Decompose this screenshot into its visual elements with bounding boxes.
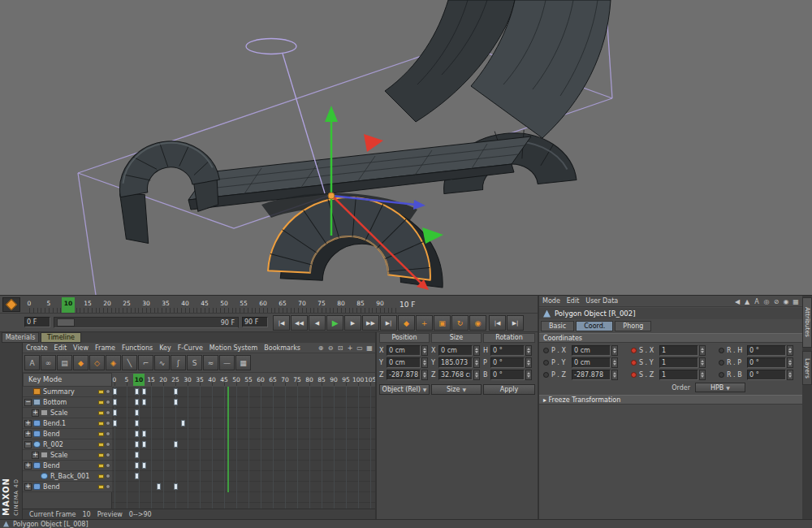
goto-start-button[interactable]: |◀ xyxy=(273,315,290,331)
tab-materials[interactable]: Materials xyxy=(2,332,39,343)
expander-minus-icon[interactable]: − xyxy=(24,441,32,448)
menu-view[interactable]: View xyxy=(70,344,92,352)
delete-key-icon[interactable]: ◇ xyxy=(89,355,105,370)
track-row[interactable]: +Bend xyxy=(23,482,112,492)
record-scale-button[interactable]: ▣ xyxy=(434,315,451,331)
track-ruler[interactable]: 0510152025303540455055606570758085909510… xyxy=(112,373,375,387)
viewport-3d[interactable] xyxy=(0,0,812,295)
value-stepper[interactable] xyxy=(787,357,793,368)
keyframe-ring[interactable] xyxy=(543,372,549,378)
zoom-out-icon[interactable]: ⊖ xyxy=(326,343,335,353)
record-state-icon[interactable]: ◉ xyxy=(781,296,791,306)
keyframe-ring[interactable] xyxy=(719,360,724,366)
menu-key[interactable]: Key xyxy=(156,344,175,352)
expander-plus-icon[interactable]: + xyxy=(24,483,32,491)
grid-snap-icon[interactable]: ▦ xyxy=(365,343,374,353)
automatic-mode-icon[interactable]: A xyxy=(24,355,40,370)
value-stepper[interactable] xyxy=(421,370,428,380)
keyframe-marker[interactable] xyxy=(135,399,139,405)
snap-grid-icon[interactable]: ▦ xyxy=(235,355,251,370)
expander-plus-icon[interactable]: + xyxy=(24,420,32,427)
track-row[interactable]: +Summary xyxy=(23,387,112,397)
spline-interpolation-icon[interactable]: ∿ xyxy=(154,355,170,370)
keyframe-ring[interactable] xyxy=(631,348,637,353)
keyframe-tracks-area[interactable] xyxy=(112,387,375,509)
tab-attributes[interactable]: Attributes xyxy=(802,297,812,348)
keyframe-marker[interactable] xyxy=(142,431,146,437)
timeline-ruler[interactable]: 051015202530354045505560657075808590 xyxy=(23,296,404,314)
track-solo-toggle[interactable] xyxy=(106,410,110,415)
object-mode-dropdown[interactable]: Object (Rel)▼ xyxy=(379,384,430,395)
keyframe-marker[interactable] xyxy=(174,399,178,405)
menu-frame[interactable]: Frame xyxy=(92,344,119,352)
frame-all-icon[interactable]: ⊡ xyxy=(335,343,345,353)
expander-plus-icon[interactable]: + xyxy=(32,409,39,417)
keyframe-marker[interactable] xyxy=(113,420,117,426)
track-row[interactable]: +Scale xyxy=(23,408,112,418)
keyframe-marker[interactable] xyxy=(174,388,178,395)
forward-arrow-icon[interactable]: ▲ xyxy=(742,296,752,306)
value-stepper[interactable] xyxy=(421,345,428,356)
keyframe-marker[interactable] xyxy=(142,441,146,448)
value-stepper[interactable] xyxy=(421,357,428,368)
preview-range-slider[interactable]: 90 F xyxy=(54,317,239,328)
tab-basic[interactable]: Basic xyxy=(541,321,574,331)
rot-h-input[interactable] xyxy=(490,345,525,356)
rp-input[interactable] xyxy=(747,357,786,368)
value-stepper[interactable] xyxy=(611,370,618,380)
value-stepper[interactable] xyxy=(473,370,480,380)
keyframe-marker[interactable] xyxy=(135,441,139,448)
keyframe-marker[interactable] xyxy=(157,483,161,490)
menu-create[interactable]: Create xyxy=(23,344,51,352)
track-solo-toggle[interactable] xyxy=(106,474,110,478)
keyframe-ring[interactable] xyxy=(631,360,637,366)
menu-edit[interactable]: Edit xyxy=(51,344,71,352)
search-icon[interactable]: ◎ xyxy=(762,296,771,306)
linear-interpolation-icon[interactable]: ╲ xyxy=(122,355,137,370)
pz-input[interactable] xyxy=(572,370,611,380)
menu-f-curve[interactable]: F-Curve xyxy=(175,344,206,352)
keyframe-marker[interactable] xyxy=(174,483,178,490)
track-keys-toggle[interactable] xyxy=(98,443,104,447)
value-stepper[interactable] xyxy=(473,357,480,368)
flat-tangent-icon[interactable]: — xyxy=(219,355,235,370)
tab-phong[interactable]: Phong xyxy=(615,321,651,331)
value-stepper[interactable] xyxy=(611,345,618,356)
keyframe-marker[interactable] xyxy=(174,441,178,448)
tab-coord[interactable]: Coord. xyxy=(576,321,613,331)
expander-minus-icon[interactable]: − xyxy=(24,399,32,406)
keyframe-marker[interactable] xyxy=(135,431,139,437)
value-stepper[interactable] xyxy=(525,370,532,380)
play-forwards-button[interactable]: ▶ xyxy=(326,315,343,331)
apply-button[interactable]: Apply xyxy=(483,384,535,395)
pos-z-input[interactable] xyxy=(387,370,421,380)
keyframe-marker[interactable] xyxy=(135,388,139,395)
value-stepper[interactable] xyxy=(699,370,706,380)
track-row[interactable]: +Bend xyxy=(23,461,112,471)
key-mode-dropdown[interactable]: Key Mode xyxy=(23,373,112,387)
track-solo-toggle[interactable] xyxy=(106,431,110,436)
record-key-icon[interactable]: ◆ xyxy=(73,355,89,370)
keyframe-marker[interactable] xyxy=(181,420,185,426)
keyframe-marker[interactable] xyxy=(135,462,139,469)
track-row[interactable]: −Bottom xyxy=(23,397,112,408)
rot-b-input[interactable] xyxy=(490,370,525,380)
record-parameter-button[interactable]: ◉ xyxy=(469,315,486,331)
track-solo-toggle[interactable] xyxy=(106,421,110,426)
size-mode-dropdown[interactable]: Size▼ xyxy=(431,384,482,395)
next-key-button[interactable]: ▶▶ xyxy=(362,315,379,331)
keyframe-ring[interactable] xyxy=(543,360,549,366)
frame-end-input[interactable] xyxy=(242,317,268,327)
keyframe-ring[interactable] xyxy=(543,348,549,353)
track-keys-toggle[interactable] xyxy=(98,453,104,457)
value-stepper[interactable] xyxy=(473,345,480,356)
track-keys-toggle[interactable] xyxy=(98,390,104,394)
track-solo-toggle[interactable] xyxy=(106,400,110,405)
value-stepper[interactable] xyxy=(787,370,793,380)
frame-selection-icon[interactable]: ▭ xyxy=(355,343,365,353)
keyframe-marker[interactable] xyxy=(113,409,117,416)
ease-out-icon[interactable]: S xyxy=(187,355,202,370)
expander-plus-icon[interactable]: + xyxy=(24,462,32,470)
size-x-input[interactable] xyxy=(438,345,473,356)
size-z-input[interactable] xyxy=(438,370,473,380)
